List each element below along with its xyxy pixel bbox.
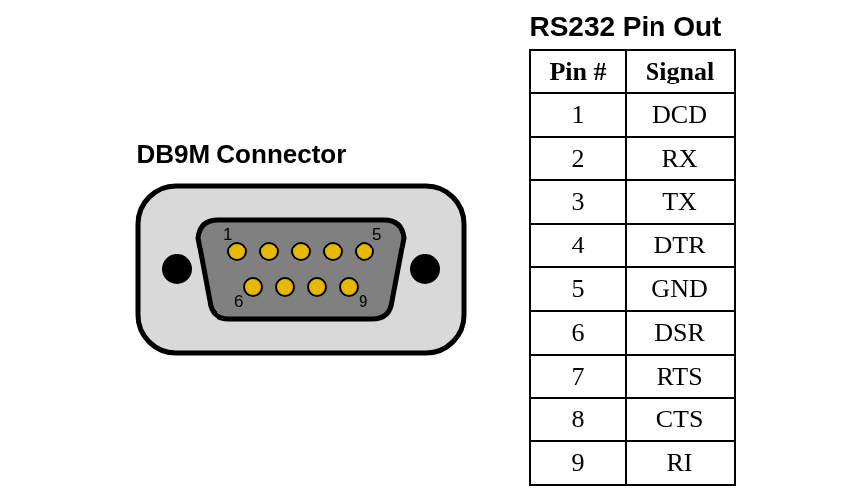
table-header-row: Pin # Signal xyxy=(530,50,734,93)
pin-4 xyxy=(324,243,342,260)
table-row: 3 TX xyxy=(530,180,734,224)
cell-pin: 8 xyxy=(530,398,625,441)
table-row: 1 DCD xyxy=(530,93,734,137)
pin-2 xyxy=(260,243,278,260)
cell-signal: RX xyxy=(626,137,735,181)
pin-1 xyxy=(228,243,246,260)
table-row: 2 RX xyxy=(530,137,734,181)
cell-pin: 7 xyxy=(530,355,625,399)
cell-pin: 6 xyxy=(530,311,625,355)
table-row: 5 GND xyxy=(530,267,734,311)
screw-right xyxy=(410,254,440,284)
cell-pin: 9 xyxy=(530,441,625,485)
pin-6 xyxy=(244,278,262,296)
connector-section: DB9M Connector 1 5 6 9 xyxy=(132,139,470,359)
cell-signal: DTR xyxy=(626,224,735,267)
pin-7 xyxy=(276,278,294,296)
pin-label-9: 9 xyxy=(359,292,367,311)
cell-pin: 1 xyxy=(530,93,625,137)
cell-pin: 4 xyxy=(530,224,625,267)
table-row: 6 DSR xyxy=(530,311,734,355)
table-title: RS232 Pin Out xyxy=(529,11,735,43)
cell-pin: 5 xyxy=(530,267,625,311)
connector-label: DB9M Connector xyxy=(136,139,346,170)
cell-signal: RI xyxy=(626,441,735,485)
table-row: 7 RTS xyxy=(530,355,734,399)
pin-label-6: 6 xyxy=(234,292,243,311)
table-row: 9 RI xyxy=(530,441,734,485)
diagram-container: DB9M Connector 1 5 6 9 xyxy=(0,0,868,497)
cell-signal: GND xyxy=(626,267,735,311)
header-pin: Pin # xyxy=(530,50,625,93)
db9m-connector-diagram: 1 5 6 9 xyxy=(132,180,470,359)
cell-signal: CTS xyxy=(626,398,735,441)
cell-pin: 2 xyxy=(530,137,625,181)
pin-3 xyxy=(292,243,310,260)
cell-signal: DCD xyxy=(626,93,735,137)
table-row: 4 DTR xyxy=(530,224,734,267)
header-signal: Signal xyxy=(626,50,735,93)
screw-left xyxy=(162,254,192,284)
pin-8 xyxy=(308,278,326,296)
pin-label-1: 1 xyxy=(223,225,232,244)
table-row: 8 CTS xyxy=(530,398,734,441)
pin-5 xyxy=(356,243,373,260)
pinout-table: Pin # Signal 1 DCD 2 RX 3 TX 4 xyxy=(529,49,735,486)
cell-signal: DSR xyxy=(626,311,735,355)
table-section: RS232 Pin Out Pin # Signal 1 DCD 2 RX 3 xyxy=(529,11,735,486)
cell-signal: RTS xyxy=(626,355,735,399)
cell-pin: 3 xyxy=(530,180,625,224)
pin-label-5: 5 xyxy=(372,225,381,244)
cell-signal: TX xyxy=(626,180,735,224)
table-body: 1 DCD 2 RX 3 TX 4 DTR 5 GND xyxy=(530,93,734,485)
pin-9 xyxy=(340,278,358,296)
